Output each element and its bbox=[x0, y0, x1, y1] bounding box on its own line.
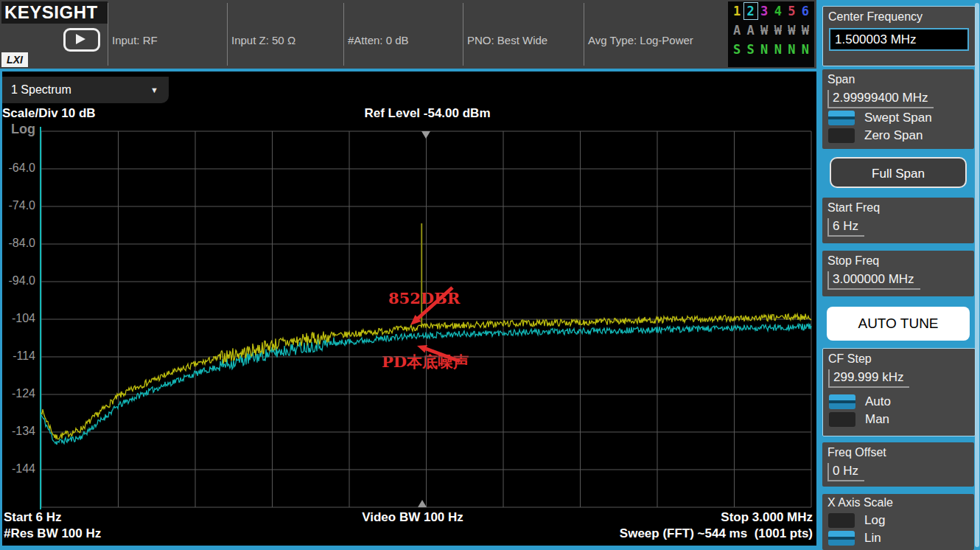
x-axis-lin-indicator bbox=[828, 531, 855, 546]
trace-state: N bbox=[799, 42, 811, 57]
trace-6-number[interactable]: 6 bbox=[799, 4, 811, 18]
trace-5-number[interactable]: 5 bbox=[785, 4, 797, 18]
y-axis-label: -114 bbox=[0, 349, 35, 363]
divider bbox=[463, 3, 463, 66]
freq-offset-value[interactable]: 0 Hz bbox=[827, 463, 864, 481]
trace-numbers-row: 123456 bbox=[728, 1, 814, 21]
cf-step-man-label: Man bbox=[865, 412, 889, 427]
spectrum-analyzer-screen: KEYSIGHT LXI Input: RF Coupling: AC Alig… bbox=[0, 0, 980, 550]
screen-capture-icon bbox=[63, 28, 100, 52]
cf-step-value[interactable]: 299.999 kHz bbox=[828, 369, 909, 388]
ref-level-label: Ref Level -54.00 dBm bbox=[243, 106, 612, 121]
lxi-badge: LXI bbox=[1, 52, 28, 67]
res-bw-readout: #Res BW 100 Hz bbox=[4, 526, 101, 541]
window-selector-label: 1 Spectrum bbox=[11, 83, 71, 96]
trace-type: W bbox=[799, 23, 811, 38]
swept-span-label: Swept Span bbox=[864, 111, 932, 125]
chevron-down-icon: ▼ bbox=[150, 77, 158, 103]
x-axis-log-indicator bbox=[828, 513, 855, 528]
y-axis-label: -124 bbox=[0, 387, 35, 400]
divider bbox=[108, 3, 108, 66]
annotation-pd-noise-floor: PD本底噪声 bbox=[382, 352, 469, 372]
swept-span-indicator bbox=[828, 111, 855, 125]
divider bbox=[343, 3, 344, 66]
span-label: Span bbox=[822, 69, 974, 86]
trace-state: S bbox=[731, 42, 743, 57]
atten-column: #Atten: 0 dB bbox=[348, 4, 409, 77]
keysight-logo: KEYSIGHT bbox=[1, 1, 108, 24]
window-border-left bbox=[0, 72, 2, 550]
x-axis-lin-label: Lin bbox=[864, 531, 881, 546]
start-freq-panel[interactable]: Start Freq 6 Hz bbox=[822, 198, 974, 243]
status-bar: KEYSIGHT LXI Input: RF Coupling: AC Alig… bbox=[0, 0, 816, 69]
y-axis-label: -74.0 bbox=[0, 199, 35, 212]
trace-type: W bbox=[785, 23, 797, 38]
trace-2-number[interactable]: 2 bbox=[745, 4, 757, 18]
amplitude-scale-label: Log bbox=[11, 122, 35, 137]
zero-span-option[interactable]: Zero Span bbox=[828, 127, 974, 144]
freq-offset-label: Freq Offset bbox=[822, 442, 974, 459]
y-axis-label: -144 bbox=[0, 462, 35, 476]
trace-state: N bbox=[758, 42, 770, 57]
stop-freq-value[interactable]: 3.000000 MHz bbox=[827, 271, 920, 290]
center-frequency-input[interactable]: 1.500003 MHz bbox=[829, 28, 969, 51]
input-z-status: Input Z: 50 Ω bbox=[231, 33, 313, 48]
trace-state: N bbox=[772, 42, 784, 57]
trace-3-number[interactable]: 3 bbox=[758, 4, 770, 18]
cf-step-man-option[interactable]: Man bbox=[829, 411, 975, 428]
annotation-852dbr: 852DBR bbox=[388, 289, 460, 307]
center-frequency-label: Center Frequency bbox=[823, 7, 975, 24]
trace-type: W bbox=[772, 23, 784, 38]
trace-4-number[interactable]: 4 bbox=[772, 4, 784, 18]
trace-state: S bbox=[745, 42, 757, 57]
scale-per-div-label: Scale/Div 10 dB bbox=[2, 106, 96, 121]
y-axis-label: -104 bbox=[0, 312, 35, 325]
span-value[interactable]: 2.99999400 MHz bbox=[827, 90, 934, 108]
trace-state: N bbox=[785, 42, 797, 57]
scrollbar[interactable] bbox=[975, 3, 979, 547]
trace-type: A bbox=[745, 23, 757, 38]
cf-step-label: CF Step bbox=[823, 349, 975, 366]
start-freq-label: Start Freq bbox=[822, 198, 974, 215]
zero-span-label: Zero Span bbox=[864, 128, 923, 143]
spectrum-display: 1 Spectrum ▼ Scale/Div 10 dB Log Ref Lev… bbox=[0, 72, 816, 550]
sweep-time-readout: Sweep (FFT) ~544 ms (1001 pts) bbox=[518, 526, 813, 541]
x-axis-log-option[interactable]: Log bbox=[828, 512, 974, 529]
divider bbox=[584, 3, 584, 66]
span-panel[interactable]: Span 2.99999400 MHz Swept Span Zero Span bbox=[822, 69, 974, 149]
center-frequency-panel[interactable]: Center Frequency 1.500003 MHz bbox=[822, 6, 976, 66]
frequency-menu-panel: Center Frequency 1.500003 MHz Span 2.999… bbox=[816, 0, 980, 550]
cf-step-panel[interactable]: CF Step 299.999 kHz Auto Man bbox=[822, 348, 976, 436]
x-axis-log-label: Log bbox=[864, 513, 885, 528]
start-freq-readout: Start 6 Hz bbox=[4, 510, 61, 525]
atten-status: #Atten: 0 dB bbox=[348, 33, 409, 48]
avg-type-status: Avg Type: Log-Power bbox=[588, 33, 693, 48]
swept-span-option[interactable]: Swept Span bbox=[828, 109, 974, 126]
freq-offset-panel[interactable]: Freq Offset 0 Hz bbox=[822, 442, 974, 487]
x-axis-scale-label: X Axis Scale bbox=[822, 494, 974, 509]
trace-1-number[interactable]: 1 bbox=[731, 4, 743, 18]
input-status: Input: RF bbox=[112, 33, 177, 48]
full-span-button[interactable]: Full Span bbox=[830, 157, 967, 188]
stop-freq-panel[interactable]: Stop Freq 3.000000 MHz bbox=[822, 251, 974, 296]
trace-type: W bbox=[758, 23, 770, 38]
x-axis-scale-panel[interactable]: X Axis Scale Log Lin bbox=[822, 494, 974, 550]
stop-freq-label: Stop Freq bbox=[822, 251, 974, 268]
window-selector-dropdown[interactable]: 1 Spectrum ▼ bbox=[2, 77, 169, 103]
start-freq-value[interactable]: 6 Hz bbox=[827, 218, 864, 237]
window-border-bottom bbox=[0, 546, 816, 550]
cf-step-man-indicator bbox=[829, 412, 855, 427]
trace-states-row: SSNNNN bbox=[728, 40, 814, 59]
y-axis-label: -94.0 bbox=[0, 274, 35, 288]
y-axis-label: -64.0 bbox=[0, 161, 35, 175]
cf-step-auto-option[interactable]: Auto bbox=[829, 393, 975, 410]
play-arrow-icon bbox=[76, 34, 85, 44]
y-axis-label: -134 bbox=[0, 425, 35, 438]
trace-type: A bbox=[731, 23, 743, 38]
pno-status: PNO: Best Wide bbox=[467, 33, 547, 48]
cf-step-auto-indicator bbox=[829, 394, 855, 409]
auto-tune-button[interactable]: AUTO TUNE bbox=[827, 307, 970, 341]
trace-legend[interactable]: 123456 AAWWWW SSNNNN bbox=[728, 1, 814, 67]
video-bw-readout: Video BW 100 Hz bbox=[302, 510, 523, 525]
x-axis-lin-option[interactable]: Lin bbox=[828, 529, 974, 546]
